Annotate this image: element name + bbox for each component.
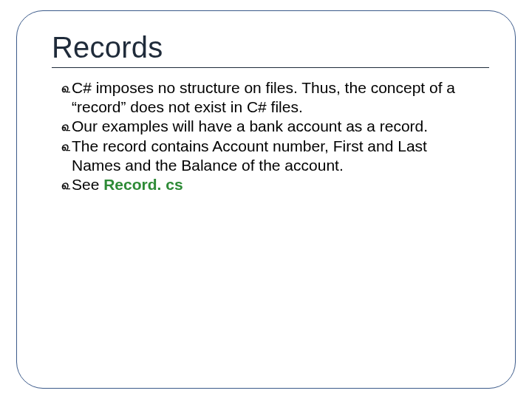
bullet-text: C# imposes no structure on files. Thus, … <box>72 78 473 116</box>
title-underline <box>52 67 489 68</box>
slide: Records ௳ C# imposes no structure on fil… <box>0 0 532 399</box>
bullet-prefix: See <box>72 176 103 193</box>
bullet-text: See Record. cs <box>72 175 473 194</box>
bullet-item: ௳ The record contains Account number, Fi… <box>62 137 473 174</box>
swirl-icon: ௳ <box>62 78 70 98</box>
swirl-icon: ௳ <box>62 175 70 194</box>
bullet-item: ௳ C# imposes no structure on files. Thus… <box>62 78 473 116</box>
slide-content: ௳ C# imposes no structure on files. Thus… <box>62 78 473 194</box>
slide-title: Records <box>52 31 505 64</box>
swirl-icon: ௳ <box>62 137 70 156</box>
bullet-item: ௳ See Record. cs <box>62 175 473 194</box>
file-link[interactable]: Record. cs <box>103 176 183 193</box>
bullet-text: The record contains Account number, Firs… <box>72 137 473 174</box>
swirl-icon: ௳ <box>62 117 70 136</box>
bullet-item: ௳ Our examples will have a bank account … <box>62 117 473 136</box>
bullet-text: Our examples will have a bank account as… <box>72 117 473 136</box>
